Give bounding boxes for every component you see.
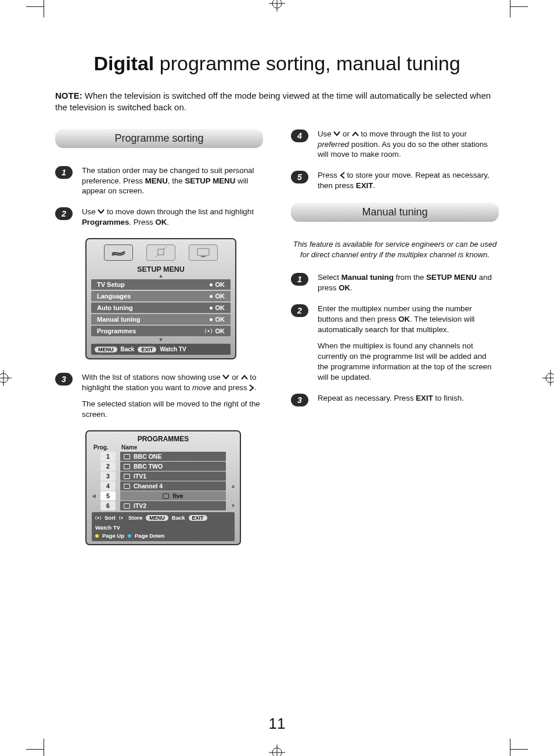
crop-mark [510, 0, 510, 17]
page-number: 11 [0, 715, 554, 733]
chevron-up-icon [352, 131, 359, 136]
programmes-footer: Sort Store MENU Back EXIT Watch TV Page … [92, 512, 235, 541]
tv-icon [124, 454, 130, 459]
chevron-down-icon [222, 375, 229, 380]
registration-mark-icon [269, 744, 285, 756]
step-badge: 3 [55, 373, 73, 386]
scroll-up-icon: ▲ [88, 273, 233, 278]
step-badge: 3 [291, 394, 308, 406]
programmes-screenshot: PROGRAMMES Prog. Name 1BBC ONE 2BBC TWO … [85, 430, 241, 545]
step-text: Use to move down through the list and hi… [82, 207, 263, 228]
text: With the list of stations now showing us… [82, 373, 222, 381]
step-2: 2 Use to move down through the list and … [55, 207, 263, 228]
setup-menu-title: SETUP MENU [88, 263, 233, 273]
step-badge: 1 [55, 166, 73, 179]
chevron-down-icon [333, 131, 340, 136]
title-bold: Digital [93, 52, 154, 74]
nav-icon [119, 515, 125, 521]
step-4: 4 Use or to move through the list to you… [291, 129, 499, 160]
setup-menu-screenshot: SETUP MENU ▲ TV SetupOK LanguagesOK Auto… [85, 238, 236, 359]
programme-row: 1BBC ONE [92, 452, 235, 461]
crop-mark [26, 6, 44, 7]
svg-rect-16 [201, 256, 206, 257]
step-text: Use or to move through the list to your … [318, 129, 499, 160]
pill-exit: EXIT [138, 347, 156, 352]
blue-dot-icon [128, 534, 131, 538]
text: to move down through the list and highli… [82, 207, 254, 226]
programme-row: 2BBC TWO [92, 462, 235, 471]
right-column: 4 Use or to move through the list to you… [291, 129, 499, 545]
programmes-title: PROGRAMMES [89, 434, 238, 444]
crop-mark [44, 739, 44, 756]
registration-mark-icon [542, 370, 554, 386]
tab-icon-satellite [146, 244, 175, 261]
svg-line-14 [156, 255, 158, 257]
step-text: Repeat as necessary. Press EXIT to finis… [318, 393, 464, 406]
chevron-down-icon [98, 209, 105, 214]
text: The selected station will be moved to th… [82, 399, 263, 420]
text: Enter the multiplex number using the num… [318, 304, 499, 335]
tv-icon [124, 464, 130, 469]
svg-point-18 [98, 517, 99, 519]
menu-item-auto-tuning: Auto tuningOK [91, 303, 231, 313]
chevron-right-icon [249, 384, 254, 391]
col-prog: Prog. [93, 444, 121, 451]
programme-row: 3ITV1 [92, 471, 235, 481]
setup-menu-footer: MENU Back EXIT Watch TV [91, 344, 231, 355]
menu-item-programmes: ProgrammesOK [91, 326, 231, 336]
step-badge: 4 [291, 129, 308, 142]
mt-step-1: 1 Select Manual tuning from the SETUP ME… [291, 272, 499, 293]
svg-point-17 [207, 330, 209, 332]
note-label: NOTE: [55, 91, 82, 100]
step-badge: 5 [291, 171, 308, 183]
footer-back: Back [121, 346, 135, 352]
crop-mark [510, 6, 528, 7]
col-name: Name [121, 444, 137, 451]
page-title: Digital programme sorting, manual tuning [55, 52, 499, 75]
footer-sort: Sort [105, 514, 116, 521]
tab-icon-tv [189, 244, 218, 261]
mt-step-3: 3 Repeat as necessary. Press EXIT to fin… [291, 393, 499, 406]
step-text: Enter the multiplex number using the num… [318, 304, 499, 383]
tv-icon [124, 484, 130, 489]
text: Press [318, 171, 340, 179]
programme-row: 6ITV2▼ [92, 501, 235, 510]
footer-store: Store [128, 514, 142, 521]
footer-watch: Watch TV [160, 346, 186, 352]
menu-item-tv-setup: TV SetupOK [91, 279, 231, 290]
manual-tuning-intro: This feature is available for service en… [291, 239, 499, 260]
svg-rect-15 [197, 249, 209, 255]
footer-page-down: Page Down [135, 532, 164, 539]
title-rest: programme sorting, manual tuning [154, 52, 460, 74]
registration-mark-icon [0, 370, 12, 386]
mt-step-2: 2 Enter the multiplex number using the n… [291, 304, 499, 383]
menu-item-languages: LanguagesOK [91, 291, 231, 301]
step-text: Press to store your move. Repeat as nece… [318, 170, 499, 191]
registration-mark-icon [269, 0, 285, 12]
pill-menu: MENU [95, 347, 117, 352]
footer-watch: Watch TV [95, 524, 120, 531]
step-text: Select Manual tuning from the SETUP MENU… [318, 272, 499, 293]
note-text: When the television is switched off the … [55, 91, 491, 112]
chevron-left-icon [340, 172, 345, 179]
programme-row: 4Channel 4▲ [92, 481, 235, 491]
yellow-dot-icon [95, 534, 99, 538]
crop-mark [510, 739, 510, 756]
tv-icon [124, 474, 130, 479]
svg-point-19 [121, 517, 123, 519]
left-column: Programme sorting 1 The station order ma… [55, 129, 263, 545]
step-badge: 1 [291, 273, 308, 286]
crop-mark [44, 0, 44, 17]
svg-rect-12 [158, 249, 164, 255]
tv-icon [163, 494, 169, 499]
step-badge: 2 [55, 207, 73, 220]
crop-mark [26, 749, 44, 750]
text: or [343, 129, 352, 138]
text: When the multiplex is found any channels… [318, 341, 499, 383]
crop-mark [510, 749, 528, 750]
programme-row-selected: ◀5five [92, 491, 235, 501]
step-1: 1 The station order may be changed to su… [55, 165, 263, 197]
section-header-manual-tuning: Manual tuning [291, 203, 499, 222]
section-header-programme-sorting: Programme sorting [55, 129, 263, 148]
scroll-down-icon: ▼ [88, 337, 233, 342]
